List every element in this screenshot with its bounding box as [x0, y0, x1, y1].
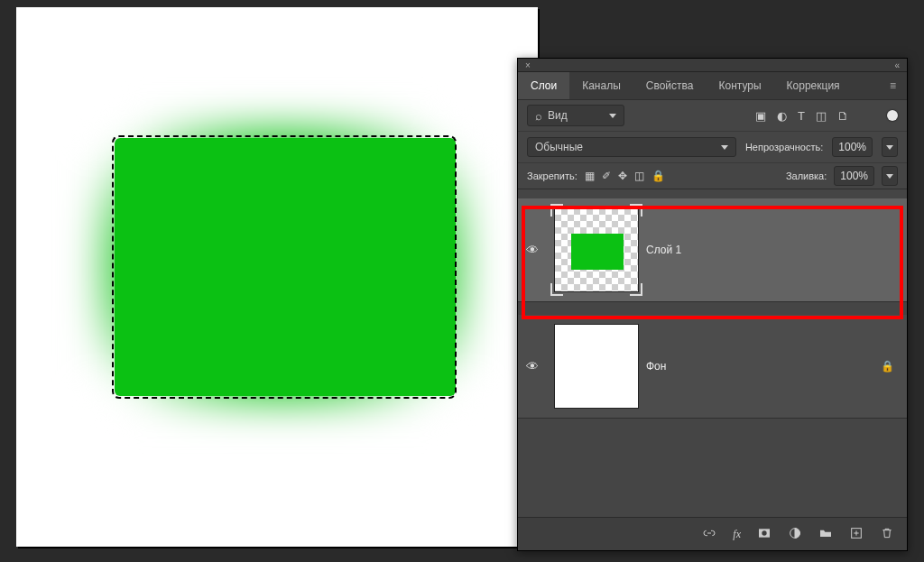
chevron-down-icon [721, 145, 728, 150]
filter-shape-icon[interactable]: ◫ [816, 109, 827, 123]
lock-move-icon[interactable]: ✥ [618, 170, 627, 182]
tab-adjustments[interactable]: Коррекция [774, 72, 853, 99]
filter-toggle[interactable] [887, 110, 898, 121]
filter-smart-icon[interactable]: 🗋 [837, 109, 849, 123]
lock-all-icon[interactable]: 🔒 [651, 170, 665, 182]
layer-list: 👁 Слой 1 👁 Фон 🔒 [518, 198, 907, 419]
lock-pixels-icon[interactable]: ▦ [585, 170, 595, 182]
tab-paths[interactable]: Контуры [706, 72, 773, 99]
chevron-down-icon [886, 145, 893, 150]
tab-layers[interactable]: Слои [518, 72, 569, 99]
panel-menu-icon[interactable]: ≡ [879, 79, 907, 92]
chevron-down-icon [609, 114, 616, 118]
layer-thumbnail[interactable] [554, 207, 639, 292]
fill-label: Заливка: [786, 170, 827, 181]
blend-mode-label: Обычные [535, 141, 583, 153]
filter-adjust-icon[interactable]: ◐ [777, 109, 787, 123]
blend-row: Обычные Непрозрачность: 100% [518, 132, 907, 163]
blend-mode-select[interactable]: Обычные [527, 137, 736, 157]
filter-image-icon[interactable]: ▣ [755, 109, 766, 123]
link-layers-icon[interactable] [702, 526, 716, 543]
document-canvas[interactable] [16, 7, 538, 547]
search-icon: ⌕ [535, 109, 542, 123]
add-mask-icon[interactable] [757, 526, 772, 543]
chevron-down-icon [886, 174, 893, 179]
lock-label: Закрепить: [527, 170, 578, 181]
layer-name[interactable]: Слой 1 [646, 244, 681, 256]
panel-footer: fx [518, 517, 907, 550]
adjustment-layer-icon[interactable] [788, 526, 802, 543]
layer-thumbnail[interactable] [554, 324, 639, 409]
layer-style-icon[interactable]: fx [733, 528, 741, 541]
lock-row: Закрепить: ▦ ✐ ✥ ◫ 🔒 Заливка: 100% [518, 163, 907, 189]
new-layer-icon[interactable] [849, 526, 864, 543]
layer-row[interactable]: 👁 Фон 🔒 [518, 315, 907, 419]
panel-tabs: Слои Каналы Свойства Контуры Коррекция ≡ [518, 72, 907, 100]
filter-type-icon[interactable]: T [798, 109, 805, 123]
layers-panel: × « Слои Каналы Свойства Контуры Коррекц… [517, 58, 908, 551]
collapse-icon[interactable]: « [887, 60, 907, 70]
delete-layer-icon[interactable] [880, 526, 894, 543]
layer-filter-select[interactable]: ⌕ Вид [527, 105, 624, 126]
group-icon[interactable] [818, 526, 833, 543]
tab-channels[interactable]: Каналы [569, 72, 633, 99]
close-icon[interactable]: × [518, 60, 538, 70]
lock-icon: 🔒 [881, 360, 894, 373]
lock-artboard-icon[interactable]: ◫ [634, 170, 644, 182]
panel-title-bar[interactable]: × « [518, 59, 907, 72]
layer-name[interactable]: Фон [646, 360, 666, 373]
opacity-value: 100% [838, 141, 866, 153]
layer-row[interactable]: 👁 Слой 1 [518, 198, 907, 302]
filter-label: Вид [548, 109, 568, 122]
opacity-label: Непрозрачность: [745, 142, 823, 152]
opacity-dropdown[interactable] [882, 137, 898, 157]
visibility-toggle[interactable]: 👁 [518, 359, 547, 373]
visibility-toggle[interactable]: 👁 [518, 243, 547, 257]
lock-brush-icon[interactable]: ✐ [602, 170, 611, 182]
filter-row: ⌕ Вид ▣ ◐ T ◫ 🗋 [518, 100, 907, 132]
fill-value: 100% [840, 170, 868, 182]
svg-point-1 [762, 530, 766, 535]
selection-marquee[interactable] [112, 135, 457, 399]
opacity-input[interactable]: 100% [832, 137, 873, 157]
fill-dropdown[interactable] [882, 166, 898, 186]
tab-properties[interactable]: Свойства [633, 72, 707, 99]
fill-input[interactable]: 100% [834, 166, 874, 186]
